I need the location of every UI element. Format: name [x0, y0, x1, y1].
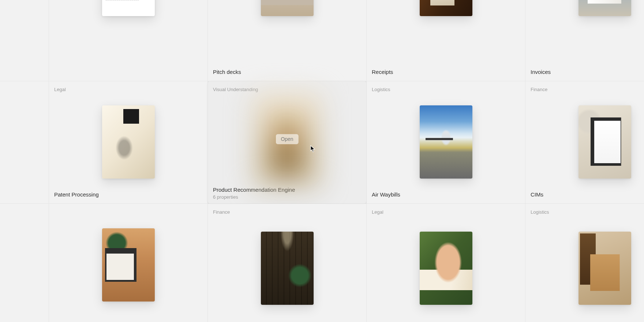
thumbnail-laptop	[102, 228, 155, 302]
card-finance-archive[interactable]: Finance	[208, 204, 366, 322]
thumbnail-wrap	[531, 93, 644, 191]
card-title: Receipts	[372, 68, 520, 76]
card-receipts[interactable]: Receipts	[367, 0, 525, 81]
thumbnail-cim	[579, 105, 631, 179]
card-title: Air Waybills	[372, 191, 520, 198]
thumbnail-wrap	[531, 0, 644, 68]
card-grid: ——————— — — — —— — — — —— — — — — — — — …	[0, 0, 644, 322]
thumbnail-awb	[420, 105, 472, 179]
open-button[interactable]: Open	[276, 134, 298, 144]
card-cims[interactable]: Finance CIMs	[525, 81, 644, 203]
thumbnail-wrap	[213, 0, 361, 68]
card-title: Product Recommendation Engine	[213, 186, 361, 194]
thumbnail-wrap	[213, 216, 361, 321]
card-title: Patent Processing	[54, 191, 202, 198]
card-tag: Finance	[213, 209, 361, 216]
card-logistics-boxes[interactable]: Logistics	[525, 204, 644, 322]
card-tag: Logistics	[372, 86, 520, 93]
thumbnail-patent	[102, 105, 155, 179]
thumbnail-wrap	[372, 216, 520, 321]
thumbnail-signing	[420, 232, 472, 305]
card-finance-laptop[interactable]	[49, 204, 207, 322]
thumbnail-wrap: ——————— — — — —— — — — —— — — — — — — — …	[54, 0, 202, 76]
card-title: Pitch decks	[213, 68, 361, 76]
thumbnail-pitch	[261, 0, 314, 16]
card-tag: Visual Understanding	[213, 86, 361, 93]
thumbnail-receipt	[420, 0, 472, 16]
thumbnail-boxes	[579, 232, 631, 305]
thumbnail-wrap	[531, 216, 644, 321]
card-invoices[interactable]: Invoices	[525, 0, 644, 81]
card-document[interactable]: ——————— — — — —— — — — —— — — — — — — — …	[49, 0, 207, 81]
thumbnail-wrap	[372, 0, 520, 68]
card-subtitle: 6 properties	[213, 194, 361, 200]
card-tag: Legal	[372, 209, 520, 216]
card-tag: Finance	[531, 86, 644, 93]
card-patent-processing[interactable]: Legal Patent Processing	[49, 81, 207, 203]
card-legal-signing[interactable]: Legal	[367, 204, 525, 322]
thumbnail-archive	[261, 232, 314, 305]
card-air-waybills[interactable]: Logistics Air Waybills	[367, 81, 525, 203]
thumbnail-invoice	[579, 0, 631, 16]
card-tag: Logistics	[531, 209, 644, 216]
thumbnail-wrap: Open	[213, 93, 361, 186]
thumbnail-wrap	[54, 209, 202, 321]
card-product-recommendation-engine[interactable]: Visual Understanding Open Product Recomm…	[208, 81, 366, 203]
card-title: CIMs	[531, 191, 644, 198]
card-title: Invoices	[531, 68, 644, 76]
card-tag: Legal	[54, 86, 202, 93]
thumbnail-wrap	[372, 93, 520, 191]
grid-filler	[0, 204, 49, 322]
grid-filler	[0, 0, 49, 81]
thumbnail-document: ——————— — — — —— — — — —— — — — — — — — …	[102, 0, 155, 16]
card-pitch-decks[interactable]: Pitch decks	[208, 0, 366, 81]
thumbnail-wrap	[54, 93, 202, 191]
grid-filler	[0, 81, 49, 203]
